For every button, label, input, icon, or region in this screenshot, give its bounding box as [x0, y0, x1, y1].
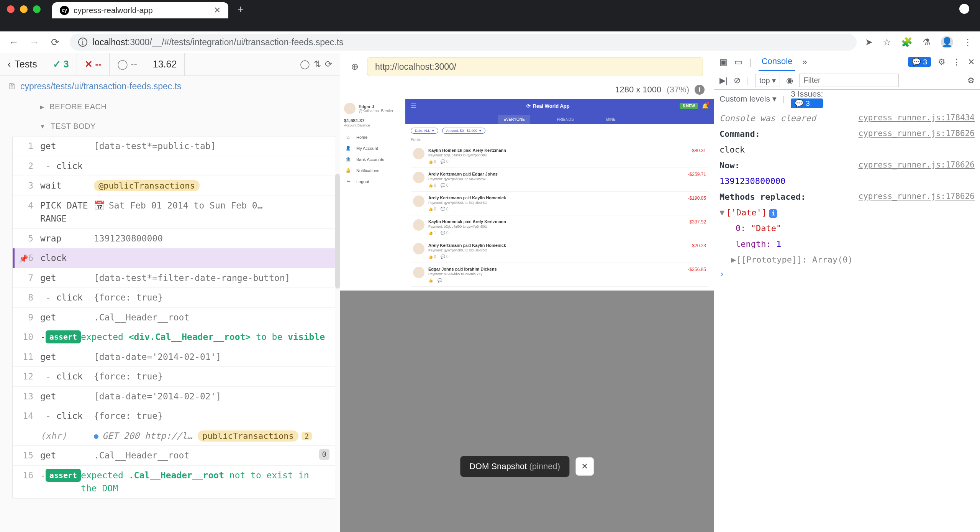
- nav-item[interactable]: 🏦Bank Accounts: [344, 154, 402, 165]
- feed-tab[interactable]: FRIENDS: [552, 115, 579, 124]
- browser-tab[interactable]: cy cypress-realworld-app ✕: [52, 2, 228, 18]
- command-row[interactable]: 14click{force: true}: [13, 406, 335, 426]
- notifications-icon[interactable]: 🔔: [702, 103, 708, 109]
- new-transaction-button[interactable]: $ NEW: [680, 103, 698, 109]
- nav-item[interactable]: 🔔Notifications: [344, 165, 402, 176]
- kebab-icon[interactable]: ⋮: [952, 57, 961, 67]
- transaction-item[interactable]: Arely Kertzmann paid Kaylin HomenickPaym…: [411, 239, 708, 263]
- source-link[interactable]: cypress_runner.js:178626: [859, 159, 975, 172]
- command-row[interactable]: 16- assertexpected .Cal__Header__root no…: [13, 466, 335, 499]
- console-output[interactable]: Console was clearedcypress_runner.js:178…: [714, 108, 980, 532]
- nav-item[interactable]: 👤My Account: [344, 143, 402, 154]
- new-tab-button[interactable]: +: [238, 3, 244, 15]
- viewport-info-icon[interactable]: i: [695, 85, 705, 95]
- command-row[interactable]: 15get.Cal__Header__root0: [13, 446, 335, 466]
- filter-pill[interactable]: Date: ALL▾: [411, 128, 438, 134]
- site-info-icon[interactable]: i: [78, 38, 87, 47]
- live-expression-icon[interactable]: ◉: [786, 76, 793, 85]
- command-row[interactable]: 1get[data-test*=public-tab]: [13, 136, 335, 156]
- minimize-window[interactable]: [20, 5, 28, 13]
- auto-scroll-icon[interactable]: ◯: [300, 59, 310, 69]
- tab-overflow-icon[interactable]: [959, 4, 969, 14]
- pending-stats: ◯ --: [110, 53, 145, 76]
- address-bar[interactable]: i localhost:3000/__/#/tests/integration/…: [70, 34, 857, 51]
- console-prompt[interactable]: ›: [714, 268, 980, 280]
- command-row[interactable]: 13get[data-date='2014-02-02']: [13, 387, 335, 407]
- profile-avatar[interactable]: 👤: [941, 36, 953, 48]
- close-devtools-icon[interactable]: ✕: [968, 57, 975, 67]
- feed-tab[interactable]: MINE: [601, 115, 621, 124]
- info-icon[interactable]: i: [769, 209, 777, 218]
- app-under-test[interactable]: Edgar J @Katharina_Bernier $1,681.37 Acc…: [340, 99, 714, 291]
- menu-icon[interactable]: ⋮: [963, 37, 972, 48]
- user-profile[interactable]: Edgar J @Katharina_Bernier: [344, 103, 402, 114]
- caret-right-icon: ▶: [40, 104, 44, 110]
- issues-summary[interactable]: 3 Issues: 💬 3: [791, 89, 823, 108]
- back-button[interactable]: ←: [8, 36, 20, 48]
- selector-playground-icon[interactable]: ⊕: [351, 61, 359, 72]
- nav-item[interactable]: ⌂Home: [344, 132, 402, 143]
- scrollbar[interactable]: [335, 174, 340, 289]
- spec-file-path[interactable]: 🗎 cypress/tests/ui/transaction-feeds.spe…: [0, 76, 340, 97]
- lab-icon[interactable]: ⚗: [923, 37, 931, 48]
- command-row[interactable]: 9get.Cal__Header__root: [13, 308, 335, 328]
- source-link[interactable]: cypress_runner.js:178434: [859, 112, 975, 125]
- url-text: localhost:3000/__/#/tests/integration/ui…: [93, 37, 344, 48]
- cypress-toolbar: ‹ Tests ✓ 3 ✕ -- ◯ -- 13.62 ◯ ⇅ ⟳: [0, 53, 340, 76]
- transaction-item[interactable]: Kaylin Homenick paid Arely KertzmannPaym…: [411, 144, 708, 168]
- maximize-window[interactable]: [33, 5, 41, 13]
- command-row[interactable]: 12click{force: true}: [13, 367, 335, 387]
- issues-badge[interactable]: 💬 3: [908, 57, 931, 67]
- command-log[interactable]: ▶BEFORE EACH ▼TEST BODY 1get[data-test*=…: [0, 97, 340, 532]
- settings-icon[interactable]: ⚙: [938, 57, 946, 67]
- test-body-header[interactable]: ▼TEST BODY: [12, 117, 335, 136]
- source-link[interactable]: cypress_runner.js:178626: [859, 190, 975, 203]
- app-url-input[interactable]: http://localhost:3000/: [367, 57, 703, 76]
- close-window[interactable]: [7, 5, 15, 13]
- inspect-icon[interactable]: ▣: [719, 57, 728, 67]
- sidebar-toggle-icon[interactable]: ▶|: [719, 76, 728, 85]
- send-icon[interactable]: ➤: [865, 37, 873, 48]
- source-link[interactable]: cypress_runner.js:178626: [859, 128, 975, 140]
- command-row[interactable]: 11get[data-date='2014-02-01']: [13, 347, 335, 367]
- context-selector[interactable]: top ▾: [755, 74, 780, 87]
- command-row[interactable]: 6clock📌: [13, 248, 335, 268]
- reload-button[interactable]: ⟳: [49, 36, 61, 48]
- command-row[interactable]: 5wrap1391230800000: [13, 229, 335, 249]
- command-row[interactable]: 3wait@publicTransactions: [13, 176, 335, 196]
- rerun-icon[interactable]: ⟳: [325, 59, 332, 69]
- transaction-item[interactable]: Edgar Johns paid Ibrahim DickensPayment:…: [411, 263, 708, 287]
- nav-item[interactable]: ↪Logout: [344, 176, 402, 187]
- app-header: ☰ ⟳ Real World App $ NEW 🔔: [405, 99, 714, 113]
- close-tab-icon[interactable]: ✕: [214, 5, 221, 15]
- transaction-item[interactable]: Arely Kertzmann paid Kaylin HomenickPaym…: [411, 192, 708, 215]
- console-filter-input[interactable]: [799, 74, 899, 87]
- dom-snapshot-close-button[interactable]: ✕: [575, 457, 594, 476]
- command-row[interactable]: 2click: [13, 156, 335, 176]
- log-levels-selector[interactable]: Custom levels ▾: [719, 94, 777, 103]
- before-each-header[interactable]: ▶BEFORE EACH: [12, 97, 335, 117]
- bookmark-icon[interactable]: ☆: [883, 37, 891, 48]
- more-tabs-icon[interactable]: »: [802, 57, 807, 67]
- hamburger-icon[interactable]: ☰: [411, 102, 416, 110]
- transaction-item[interactable]: Kaylin Homenick paid Arely KertzmannPaym…: [411, 215, 708, 239]
- filter-pill[interactable]: Amount: $0 - $1,000▾: [442, 128, 486, 134]
- command-row[interactable]: 10- assertexpected <div.Cal__Header__roo…: [13, 327, 335, 347]
- console-object[interactable]: ▼['Date']i: [719, 206, 975, 219]
- extensions-icon[interactable]: 🧩: [901, 37, 913, 48]
- command-row[interactable]: 8click{force: true}: [13, 288, 335, 308]
- expand-icon[interactable]: ⇅: [314, 59, 321, 69]
- tests-back-button[interactable]: ‹ Tests: [0, 53, 45, 76]
- command-row[interactable]: (xhr)GET 200 http://l… publicTransaction…: [13, 426, 335, 446]
- command-row[interactable]: 4PICK DATE RANGE📅Sat Feb 01 2014 to Sun …: [13, 196, 335, 229]
- console-message: Console was cleared: [719, 112, 859, 125]
- forward-button[interactable]: →: [28, 36, 41, 48]
- transaction-item[interactable]: Arely Kertzmann paid Edgar JohnsPayment:…: [411, 168, 708, 192]
- object-prototype[interactable]: ▶[[Prototype]]: Array(0): [731, 253, 975, 266]
- console-settings-icon[interactable]: ⚙: [967, 76, 975, 85]
- command-row[interactable]: 7get[data-test*=filter-date-range-button…: [13, 268, 335, 288]
- device-toggle-icon[interactable]: ▭: [734, 57, 742, 67]
- feed-tab[interactable]: EVERYONE: [498, 115, 530, 124]
- console-tab[interactable]: Console: [759, 53, 796, 71]
- clear-console-icon[interactable]: ⊘: [734, 76, 741, 85]
